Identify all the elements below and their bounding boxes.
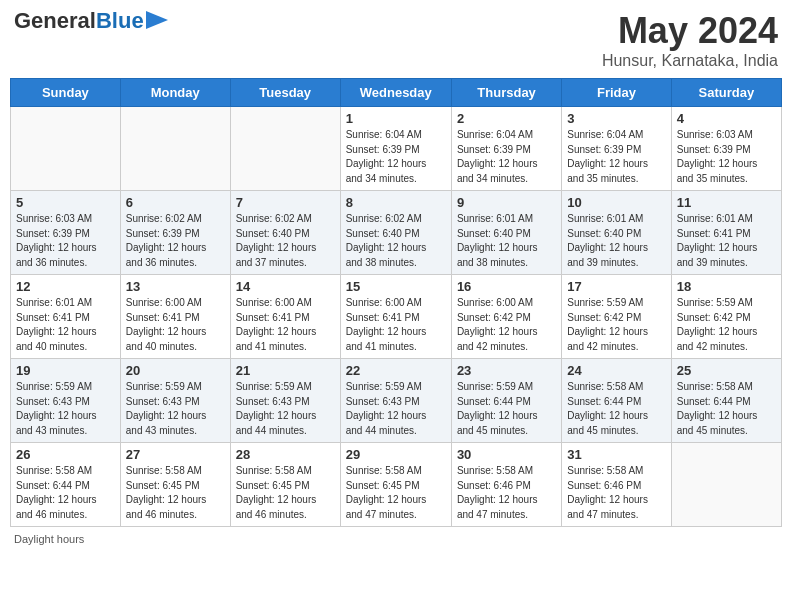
calendar-day-header: Sunday — [11, 79, 121, 107]
day-number: 1 — [346, 111, 446, 126]
day-number: 29 — [346, 447, 446, 462]
day-info: Sunrise: 5:58 AM Sunset: 6:45 PM Dayligh… — [126, 464, 225, 522]
day-number: 11 — [677, 195, 776, 210]
calendar-cell: 7Sunrise: 6:02 AM Sunset: 6:40 PM Daylig… — [230, 191, 340, 275]
day-number: 10 — [567, 195, 665, 210]
day-number: 27 — [126, 447, 225, 462]
day-info: Sunrise: 5:58 AM Sunset: 6:46 PM Dayligh… — [567, 464, 665, 522]
day-info: Sunrise: 6:00 AM Sunset: 6:41 PM Dayligh… — [346, 296, 446, 354]
day-info: Sunrise: 5:59 AM Sunset: 6:44 PM Dayligh… — [457, 380, 556, 438]
day-number: 21 — [236, 363, 335, 378]
day-info: Sunrise: 6:01 AM Sunset: 6:41 PM Dayligh… — [677, 212, 776, 270]
day-info: Sunrise: 5:59 AM Sunset: 6:42 PM Dayligh… — [567, 296, 665, 354]
calendar-cell: 27Sunrise: 5:58 AM Sunset: 6:45 PM Dayli… — [120, 443, 230, 527]
calendar-cell: 17Sunrise: 5:59 AM Sunset: 6:42 PM Dayli… — [562, 275, 671, 359]
day-number: 4 — [677, 111, 776, 126]
day-number: 17 — [567, 279, 665, 294]
day-info: Sunrise: 6:00 AM Sunset: 6:41 PM Dayligh… — [126, 296, 225, 354]
calendar-cell: 26Sunrise: 5:58 AM Sunset: 6:44 PM Dayli… — [11, 443, 121, 527]
day-number: 30 — [457, 447, 556, 462]
calendar-cell: 11Sunrise: 6:01 AM Sunset: 6:41 PM Dayli… — [671, 191, 781, 275]
day-info: Sunrise: 5:59 AM Sunset: 6:43 PM Dayligh… — [16, 380, 115, 438]
calendar-cell — [230, 107, 340, 191]
day-number: 9 — [457, 195, 556, 210]
calendar-week-row: 19Sunrise: 5:59 AM Sunset: 6:43 PM Dayli… — [11, 359, 782, 443]
calendar-cell: 29Sunrise: 5:58 AM Sunset: 6:45 PM Dayli… — [340, 443, 451, 527]
day-info: Sunrise: 6:04 AM Sunset: 6:39 PM Dayligh… — [457, 128, 556, 186]
day-info: Sunrise: 6:02 AM Sunset: 6:40 PM Dayligh… — [346, 212, 446, 270]
calendar-cell: 4Sunrise: 6:03 AM Sunset: 6:39 PM Daylig… — [671, 107, 781, 191]
calendar-week-row: 5Sunrise: 6:03 AM Sunset: 6:39 PM Daylig… — [11, 191, 782, 275]
day-number: 19 — [16, 363, 115, 378]
day-info: Sunrise: 5:59 AM Sunset: 6:43 PM Dayligh… — [346, 380, 446, 438]
title-block: May 2024 Hunsur, Karnataka, India — [602, 10, 778, 70]
day-number: 31 — [567, 447, 665, 462]
day-info: Sunrise: 6:03 AM Sunset: 6:39 PM Dayligh… — [16, 212, 115, 270]
day-info: Sunrise: 6:01 AM Sunset: 6:40 PM Dayligh… — [457, 212, 556, 270]
logo: GeneralBlue — [14, 10, 168, 32]
calendar-cell: 16Sunrise: 6:00 AM Sunset: 6:42 PM Dayli… — [451, 275, 561, 359]
calendar-day-header: Thursday — [451, 79, 561, 107]
logo-blue: Blue — [96, 8, 144, 33]
page-header: GeneralBlue May 2024 Hunsur, Karnataka, … — [10, 10, 782, 70]
day-number: 25 — [677, 363, 776, 378]
day-number: 16 — [457, 279, 556, 294]
calendar-cell: 5Sunrise: 6:03 AM Sunset: 6:39 PM Daylig… — [11, 191, 121, 275]
calendar-header-row: SundayMondayTuesdayWednesdayThursdayFrid… — [11, 79, 782, 107]
calendar-cell: 13Sunrise: 6:00 AM Sunset: 6:41 PM Dayli… — [120, 275, 230, 359]
day-info: Sunrise: 6:03 AM Sunset: 6:39 PM Dayligh… — [677, 128, 776, 186]
calendar-day-header: Tuesday — [230, 79, 340, 107]
calendar-cell: 14Sunrise: 6:00 AM Sunset: 6:41 PM Dayli… — [230, 275, 340, 359]
day-info: Sunrise: 5:59 AM Sunset: 6:43 PM Dayligh… — [126, 380, 225, 438]
day-number: 28 — [236, 447, 335, 462]
calendar-day-header: Friday — [562, 79, 671, 107]
calendar-day-header: Monday — [120, 79, 230, 107]
location-title: Hunsur, Karnataka, India — [602, 52, 778, 70]
calendar-cell: 31Sunrise: 5:58 AM Sunset: 6:46 PM Dayli… — [562, 443, 671, 527]
svg-marker-0 — [146, 11, 168, 29]
day-info: Sunrise: 5:58 AM Sunset: 6:44 PM Dayligh… — [677, 380, 776, 438]
day-number: 14 — [236, 279, 335, 294]
day-info: Sunrise: 6:02 AM Sunset: 6:40 PM Dayligh… — [236, 212, 335, 270]
day-number: 12 — [16, 279, 115, 294]
day-info: Sunrise: 6:04 AM Sunset: 6:39 PM Dayligh… — [346, 128, 446, 186]
calendar-table: SundayMondayTuesdayWednesdayThursdayFrid… — [10, 78, 782, 527]
calendar-cell: 18Sunrise: 5:59 AM Sunset: 6:42 PM Dayli… — [671, 275, 781, 359]
calendar-cell — [11, 107, 121, 191]
day-info: Sunrise: 6:04 AM Sunset: 6:39 PM Dayligh… — [567, 128, 665, 186]
day-number: 6 — [126, 195, 225, 210]
day-info: Sunrise: 5:59 AM Sunset: 6:42 PM Dayligh… — [677, 296, 776, 354]
calendar-cell: 19Sunrise: 5:59 AM Sunset: 6:43 PM Dayli… — [11, 359, 121, 443]
day-info: Sunrise: 6:00 AM Sunset: 6:42 PM Dayligh… — [457, 296, 556, 354]
calendar-cell: 3Sunrise: 6:04 AM Sunset: 6:39 PM Daylig… — [562, 107, 671, 191]
calendar-cell: 24Sunrise: 5:58 AM Sunset: 6:44 PM Dayli… — [562, 359, 671, 443]
day-number: 2 — [457, 111, 556, 126]
calendar-cell: 28Sunrise: 5:58 AM Sunset: 6:45 PM Dayli… — [230, 443, 340, 527]
day-info: Sunrise: 5:58 AM Sunset: 6:45 PM Dayligh… — [236, 464, 335, 522]
calendar-cell — [671, 443, 781, 527]
day-number: 15 — [346, 279, 446, 294]
calendar-cell: 20Sunrise: 5:59 AM Sunset: 6:43 PM Dayli… — [120, 359, 230, 443]
day-info: Sunrise: 5:58 AM Sunset: 6:46 PM Dayligh… — [457, 464, 556, 522]
day-info: Sunrise: 5:58 AM Sunset: 6:45 PM Dayligh… — [346, 464, 446, 522]
calendar-day-header: Wednesday — [340, 79, 451, 107]
day-number: 13 — [126, 279, 225, 294]
day-number: 20 — [126, 363, 225, 378]
day-info: Sunrise: 5:58 AM Sunset: 6:44 PM Dayligh… — [16, 464, 115, 522]
calendar-cell: 25Sunrise: 5:58 AM Sunset: 6:44 PM Dayli… — [671, 359, 781, 443]
logo-arrow-icon — [146, 11, 168, 29]
calendar-cell: 1Sunrise: 6:04 AM Sunset: 6:39 PM Daylig… — [340, 107, 451, 191]
day-number: 26 — [16, 447, 115, 462]
calendar-cell — [120, 107, 230, 191]
day-number: 7 — [236, 195, 335, 210]
calendar-cell: 12Sunrise: 6:01 AM Sunset: 6:41 PM Dayli… — [11, 275, 121, 359]
month-title: May 2024 — [602, 10, 778, 52]
day-number: 3 — [567, 111, 665, 126]
calendar-cell: 2Sunrise: 6:04 AM Sunset: 6:39 PM Daylig… — [451, 107, 561, 191]
day-info: Sunrise: 6:00 AM Sunset: 6:41 PM Dayligh… — [236, 296, 335, 354]
logo-general: General — [14, 8, 96, 33]
calendar-week-row: 26Sunrise: 5:58 AM Sunset: 6:44 PM Dayli… — [11, 443, 782, 527]
calendar-cell: 23Sunrise: 5:59 AM Sunset: 6:44 PM Dayli… — [451, 359, 561, 443]
logo-text: GeneralBlue — [14, 10, 144, 32]
day-number: 8 — [346, 195, 446, 210]
